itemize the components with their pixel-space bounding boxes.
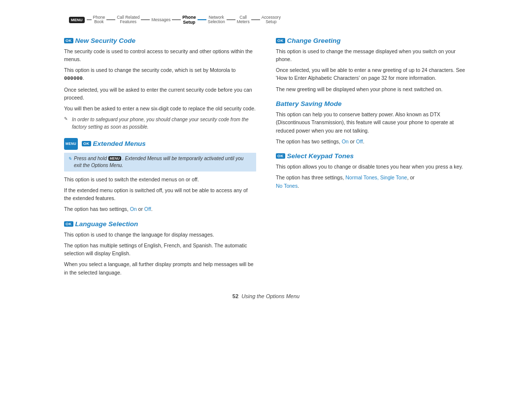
menu-nav-pill: MENU — [69, 17, 85, 23]
security-para-4: You will then be asked to enter a new si… — [64, 104, 256, 112]
new-security-code-title: OK New Security Code — [64, 37, 256, 44]
tone-no-tones: No Tones — [276, 183, 298, 189]
security-para-1: The security code is used to control acc… — [64, 47, 256, 64]
security-italic-note: In order to safeguard your phone, you sh… — [64, 116, 256, 131]
change-greeting-label: Change Greeting — [287, 37, 341, 44]
page-container: MENU PhoneBook Call RelatedFeatures Mess… — [54, 0, 478, 309]
section-change-greeting: OK Change Greeting This option is used t… — [276, 37, 468, 93]
extended-para-2: If the extended menu option is switched … — [64, 186, 256, 203]
nav-label-accessory: AccessorySetup — [260, 15, 282, 25]
ok-badge-extended: OK — [82, 141, 91, 146]
nav-label-phonebook: PhoneBook — [92, 15, 107, 25]
tone-single: Single Tone — [380, 174, 407, 180]
menu-icon-label: MENU — [66, 142, 76, 145]
nav-label-callmeters: CallMeters — [235, 15, 251, 25]
nav-label-network: NetworkSelection — [206, 15, 227, 25]
language-selection-title: OK Language Selection — [64, 220, 256, 228]
greeting-para-3: The new greeting will be displayed when … — [276, 85, 468, 93]
language-para-3: When you select a language, all further … — [64, 260, 256, 276]
ok-badge-greeting: OK — [276, 38, 285, 43]
security-para-3: Once selected, you will be asked to ente… — [64, 86, 256, 102]
change-greeting-title: OK Change Greeting — [276, 37, 468, 44]
extended-para-3: The option has two settings, On or Off. — [64, 205, 256, 213]
nav-line-2 — [141, 19, 150, 20]
greeting-para-2: Once selected, you will be able to enter… — [276, 66, 468, 82]
nav-line-1 — [106, 19, 115, 20]
menu-inline-icon: MENU — [108, 156, 122, 161]
ok-badge-security: OK — [64, 38, 73, 43]
page-number: 52 — [233, 293, 238, 299]
section-extended-menus: MENU OK Extended Menus ✎ Press and hold … — [64, 138, 256, 213]
battery-off: Off — [356, 138, 363, 144]
extended-menus-label: Extended Menus — [93, 140, 146, 147]
extended-menus-title: OK Extended Menus — [82, 140, 146, 147]
left-column: OK New Security Code The security code i… — [64, 37, 256, 283]
nav-line-6 — [251, 19, 260, 20]
nav-label-callrelated: Call RelatedFeatures — [115, 15, 141, 25]
keypad-period: . — [298, 183, 299, 189]
tone-normal: Normal Tones — [345, 174, 377, 180]
greeting-para-1: This option is used to change the messag… — [276, 47, 468, 64]
battery-para-2: The option has two settings, On or Off. — [276, 137, 468, 145]
nav-line-3 — [172, 19, 181, 20]
battery-period: . — [363, 138, 365, 144]
nav-label-messages: Messages — [150, 17, 172, 22]
extended-or: or — [137, 206, 144, 212]
language-selection-label: Language Selection — [75, 220, 138, 228]
section-new-security-code: OK New Security Code The security code i… — [64, 37, 256, 131]
keypad-tones-label: Select Keypad Tones — [287, 152, 354, 160]
note-pencil-icon: ✎ — [68, 156, 72, 162]
language-para-2: The option has multiple settings of Engl… — [64, 241, 256, 258]
right-column: OK Change Greeting This option is used t… — [276, 37, 468, 283]
nav-line-5 — [227, 19, 235, 20]
content-grid: OK New Security Code The security code i… — [64, 37, 468, 283]
page-footer: 52 Using the Options Menu — [64, 293, 468, 299]
keypad-para-2: The option has three settings, Normal To… — [276, 173, 468, 190]
battery-saving-title: Battery Saving Mode — [276, 100, 468, 107]
new-security-code-body: The security code is used to control acc… — [64, 47, 256, 131]
section-battery-saving: Battery Saving Mode This option can help… — [276, 100, 468, 145]
keypad-tones-body: This option allows you to change or disa… — [276, 163, 468, 190]
new-security-code-label: New Security Code — [75, 37, 135, 44]
note-text: Press and hold MENU. Extended Menus will… — [74, 155, 252, 169]
section-keypad-tones: OK Select Keypad Tones This option allow… — [276, 152, 468, 190]
extended-para-1: This option is used to switch the extend… — [64, 175, 256, 183]
extended-period: . — [151, 206, 153, 212]
battery-or: or — [349, 138, 356, 144]
extended-off: Off — [144, 206, 151, 212]
change-greeting-body: This option is used to change the messag… — [276, 47, 468, 93]
nav-line-4-blue — [198, 19, 206, 20]
extended-on: On — [130, 206, 137, 212]
ok-badge-keypad: OK — [276, 153, 285, 159]
menu-icon-extended: MENU — [64, 138, 78, 150]
nav-label-phonesetup: PhoneSetup — [181, 15, 198, 25]
battery-on: On — [342, 138, 349, 144]
battery-saving-label: Battery Saving Mode — [276, 100, 342, 107]
default-code: 000000 — [64, 75, 83, 81]
nav-line-start — [87, 19, 92, 20]
extended-menus-body: This option is used to switch the extend… — [64, 175, 256, 213]
keypad-tones-title: OK Select Keypad Tones — [276, 152, 468, 160]
footer-text: Using the Options Menu — [241, 293, 299, 299]
security-para-2: This option is used to change the securi… — [64, 66, 256, 83]
language-selection-body: This option is used to change the langua… — [64, 231, 256, 276]
language-para-1: This option is used to change the langua… — [64, 231, 256, 239]
ok-badge-language: OK — [64, 221, 73, 227]
section-language-selection: OK Language Selection This option is use… — [64, 220, 256, 276]
extended-menus-note: ✎ Press and hold MENU. Extended Menus wi… — [64, 153, 256, 171]
keypad-para-1: This option allows you to change or disa… — [276, 163, 468, 171]
nav-bar: MENU PhoneBook Call RelatedFeatures Mess… — [64, 15, 468, 25]
battery-para-1: This option can help you to conserve bat… — [276, 110, 468, 135]
battery-saving-body: This option can help you to conserve bat… — [276, 110, 468, 145]
